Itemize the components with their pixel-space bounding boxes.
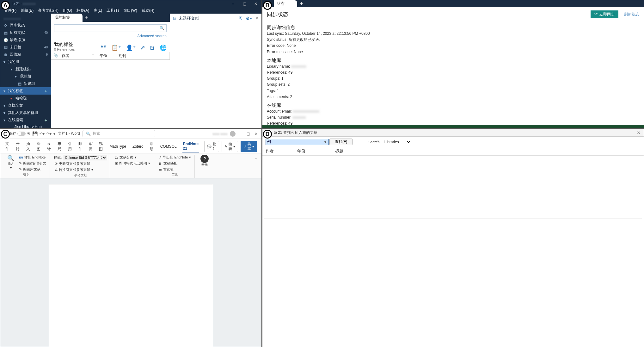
collapse-ribbon-icon[interactable]: ⌄ [253,155,259,178]
edit-library-button[interactable]: ✎编辑库文献 [18,167,47,172]
tab-references[interactable]: 引用 [67,140,73,153]
find-button[interactable]: 查找(F) [329,139,353,145]
sidebar-online-jisc[interactable]: ⊕Jisc Library Hub Discover [0,124,51,128]
edit-manage-button[interactable]: ✎编辑&管理引文 [18,161,47,166]
tab-review[interactable]: 审阅 [88,140,94,153]
maximize-icon[interactable]: ▢ [247,132,250,136]
tab-mail[interactable]: 邮件 [78,140,83,153]
add-online-icon[interactable]: + [45,118,49,123]
goto-endnote-button[interactable]: EN转到 EndNote [18,155,47,160]
undo-icon[interactable]: ↶▾ [40,132,45,136]
menu-groups[interactable]: 组(G) [63,8,72,13]
style-select[interactable]: Chinese Std GBT7714-2015 (…) [63,155,107,160]
editing-button[interactable]: ✎编辑▾ [222,141,238,152]
menu-window[interactable]: 窗口(W) [123,8,137,13]
clipboard-add-icon[interactable]: 📋⁺ [111,44,121,51]
page[interactable] [49,184,213,347]
gear-icon[interactable]: ⚙▾ [246,16,252,21]
menu-tools[interactable]: 工具(T) [107,8,119,13]
add-tag-icon[interactable]: + [45,89,49,94]
export-button[interactable]: ↗导出到 EndNote▾ [158,155,192,160]
tab-comsol[interactable]: COMSOL [160,143,177,150]
classify-button[interactable]: 🗂文献分类▾ [114,155,151,160]
close-icon[interactable]: ✕ [250,2,261,6]
user-avatar-icon[interactable] [230,131,236,137]
quote-icon[interactable]: ❝❞ [101,44,107,51]
tab-status[interactable]: 状态 [274,0,297,7]
sidebar-all-refs[interactable]: ▤所有文献40 [0,29,51,36]
sync-now-button[interactable]: ⟳立即同步 [591,10,618,18]
tab-view[interactable]: 视图 [98,140,104,153]
popout-icon[interactable]: ⇱ [239,16,242,21]
col-attachment[interactable]: 📎 [51,52,59,59]
menu-tags[interactable]: 标签(A) [77,8,89,13]
save-icon[interactable]: 💾 [32,131,38,136]
sidebar-online[interactable]: ▾在线搜索+ [0,116,51,124]
manuscript-match-button[interactable]: 🗎文稿匹配 [158,161,192,166]
tab-zotero[interactable]: Zotero [132,143,144,150]
find-input[interactable] [266,139,329,145]
sidebar-new-groupset[interactable]: ▾新建组集 [0,65,51,73]
tab-layout[interactable]: 布局 [57,140,62,153]
add-tab-icon[interactable]: + [297,0,306,7]
dropdown-icon[interactable]: ▾ [324,140,326,144]
sidebar-recent[interactable]: 🕓最近添加 [0,36,51,44]
advanced-search-link[interactable]: Advanced search [51,32,170,40]
menu-edit[interactable]: 编辑(E) [21,8,34,13]
col-title[interactable]: 标题 [335,148,343,154]
minimize-icon[interactable]: – [240,132,242,136]
account-email: xxxxxxxxxx [0,15,51,22]
globe-icon[interactable]: 🌐 [160,44,167,51]
prefs-button[interactable]: ☰首选项 [158,167,192,172]
search-input[interactable]: 🔍搜索 [83,130,155,137]
maximize-icon[interactable]: ▢ [239,2,250,6]
tab-mathtype[interactable]: MathType [109,143,127,150]
convert-citations-button[interactable]: ⇄转换引文和参考文献▾ [54,167,107,172]
tab-home[interactable]: 开始 [15,140,21,153]
sidebar-sync-status[interactable]: ⟳同步状态 [0,22,51,29]
sidebar-tag-item[interactable]: ●哈哈哒 [0,95,51,102]
sidebar-findfull[interactable]: ▾查找全文 [0,102,51,109]
tab-insert[interactable]: 插入 [26,140,31,153]
sidebar-mygroups[interactable]: ▾我的组 [0,58,51,65]
refresh-status-link[interactable]: 刷新状态 [624,12,639,17]
sidebar-shared[interactable]: ▾其他人共享的群组 [0,109,51,116]
tab-file[interactable]: 文件 [5,140,10,153]
report-icon[interactable]: 🗎 [150,45,155,51]
minimize-icon[interactable]: – [227,2,239,6]
redo-icon[interactable]: ↷▾ [46,132,52,136]
share-icon[interactable]: ⇗ [140,44,145,51]
col-journal[interactable]: 期刊 [116,52,170,59]
update-citations-button[interactable]: ⟳更新引文和参考文献 [54,161,107,166]
help-button[interactable]: ? 帮助 [199,155,211,167]
menu-references[interactable]: 参考文献(R) [38,8,58,13]
col-year[interactable]: 年份 [97,52,116,59]
sidebar-mygroup-item[interactable]: ▾我的组 [0,73,51,80]
insert-citation-button[interactable]: 🔍 插入 ▾ [5,155,16,172]
col-author[interactable]: 作者 [266,148,285,154]
tab-draw[interactable]: 绘图 [36,140,41,153]
sidebar-trash[interactable]: 🗑回收站9 [0,51,51,58]
instant-format-button[interactable]: ▣即时格式化已关闭▾ [114,161,151,166]
menu-help[interactable]: 帮助(H) [142,8,155,13]
col-year[interactable]: 年份 [297,148,322,154]
share-button[interactable]: ↗共享▾ [241,141,257,152]
tab-design[interactable]: 设计 [46,140,52,153]
close-preview-icon[interactable]: ✕ [255,16,259,21]
comments-button[interactable]: 💬批注 [204,141,219,152]
sidebar-unfiled[interactable]: ▤未归档40 [0,44,51,51]
menu-library[interactable]: 库(L) [94,8,102,13]
add-user-icon[interactable]: 👤⁺ [126,44,136,51]
tab-help[interactable]: 帮助 [149,140,155,153]
close-icon[interactable]: ✕ [634,130,644,135]
col-author[interactable]: 作者 ⌃ [59,52,97,59]
sidebar-new-group[interactable]: ▤新建组 [0,80,51,87]
qat-dropdown-icon[interactable]: ▾ [53,132,55,136]
sidebar-mytags[interactable]: ▾我的标签+ [0,87,51,95]
add-tab-icon[interactable]: + [83,14,91,22]
tab-endnote[interactable]: EndNote 21 [182,140,199,152]
search-input[interactable]: 🔍 [54,24,167,32]
tab-mytags[interactable]: 我的标签 [51,14,83,22]
close-icon[interactable]: ✕ [255,132,258,136]
search-scope-select[interactable]: Libraries [383,139,411,145]
